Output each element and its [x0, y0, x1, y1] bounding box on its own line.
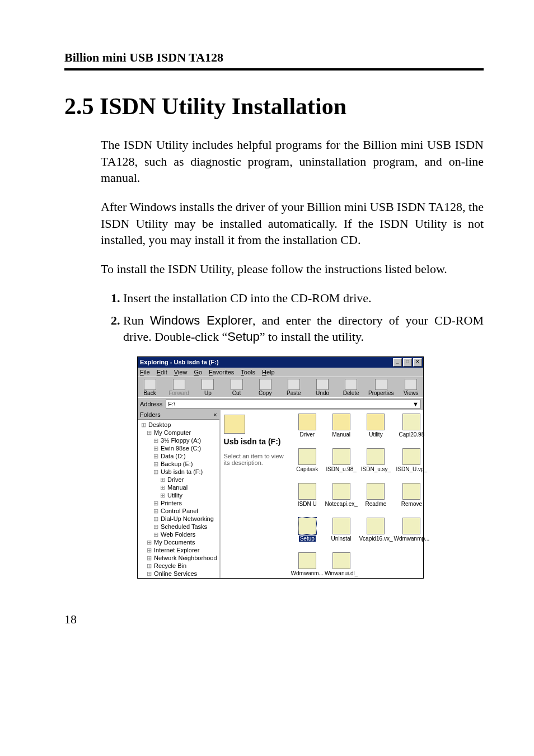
menu-item-edit[interactable]: Edit: [157, 369, 167, 375]
tree-item[interactable]: ⊞ Manual: [140, 483, 217, 491]
volume-icon: [224, 415, 245, 434]
tree-item[interactable]: ⊞ Recycle Bin: [140, 562, 217, 570]
toolbar-label: Cut: [232, 390, 241, 396]
menu-item-go[interactable]: Go: [194, 369, 202, 375]
tree-item[interactable]: ⊞ 3½ Floppy (A:): [140, 436, 217, 444]
toolbar-up-button[interactable]: Up: [198, 379, 218, 396]
file-item[interactable]: Winwanui.dl_: [325, 552, 358, 585]
tree-expand-icon[interactable]: ⊞: [159, 476, 166, 483]
address-dropdown-icon[interactable]: ▼: [413, 401, 419, 407]
tree-expand-icon[interactable]: ⊞: [152, 444, 159, 452]
tree-item[interactable]: ⊞ Data (D:): [140, 452, 217, 460]
toolbar-cut-button[interactable]: Cut: [227, 379, 246, 396]
file-item[interactable]: Capi20.98: [394, 414, 429, 446]
file-item[interactable]: ISDN_U.vp_: [394, 448, 429, 481]
close-button[interactable]: ×: [413, 358, 422, 367]
file-item[interactable]: Vcapid16.vx_: [359, 518, 392, 550]
menu-item-view[interactable]: View: [174, 369, 188, 375]
tree-item[interactable]: ⊞ Backup (E:): [140, 460, 217, 468]
file-item[interactable]: ISDN_u.sy_: [359, 448, 392, 481]
tree-item[interactable]: ⊞ Control Panel: [140, 507, 217, 515]
tree-item[interactable]: ⊞ Internet Explorer: [140, 546, 217, 554]
window-titlebar[interactable]: Exploring - Usb isdn ta (F:) _ □ ×: [138, 357, 423, 368]
file-icon: [332, 552, 350, 569]
file-item[interactable]: Readme: [359, 483, 392, 515]
file-item-setup[interactable]: Setup: [291, 518, 324, 550]
tree-item[interactable]: ⊞ Ewin 98se (C:): [140, 444, 217, 452]
toolbar-back-button[interactable]: Back: [140, 379, 160, 396]
tree-close-icon[interactable]: ×: [213, 411, 217, 418]
file-item[interactable]: ISDN U: [291, 483, 324, 515]
maximize-button[interactable]: □: [403, 358, 412, 367]
toolbar-forward-button: Forward: [168, 379, 189, 396]
tree-item[interactable]: ⊞ Network Neighborhood: [140, 554, 217, 562]
file-item[interactable]: Driver: [291, 414, 324, 446]
toolbar-copy-button[interactable]: Copy: [255, 379, 275, 396]
tree-item[interactable]: ⊞ Usb isdn ta (F:): [140, 468, 217, 476]
tree-item[interactable]: ⊞ Desktop: [140, 421, 217, 429]
file-name: ISDN U: [298, 501, 317, 507]
file-item[interactable]: Wdmwanmp...: [394, 518, 429, 550]
tree-expand-icon[interactable]: ⊞: [146, 546, 152, 554]
menu-item-file[interactable]: File: [140, 369, 150, 375]
tree-expand-icon[interactable]: ⊞: [152, 523, 159, 530]
tree-item[interactable]: ⊞ My Documents: [140, 538, 217, 546]
section-title: 2.5 ISDN Utility Installation: [64, 93, 484, 120]
toolbar-properties-button[interactable]: Properties: [370, 379, 392, 396]
file-item[interactable]: Capitask: [291, 448, 324, 481]
file-name: Capi20.98: [399, 431, 425, 438]
tree-expand-icon[interactable]: ⊞: [159, 483, 166, 491]
menu-item-help[interactable]: Help: [262, 369, 275, 375]
tree-item[interactable]: ⊞ Web Folders: [140, 530, 217, 538]
file-item[interactable]: Remove: [394, 483, 429, 515]
tree-expand-icon[interactable]: ⊞: [152, 452, 159, 460]
toolbar-label: Forward: [168, 390, 189, 396]
tree-expand-icon[interactable]: ⊞: [146, 429, 152, 436]
tree-expand-icon[interactable]: ⊞: [152, 515, 159, 523]
tree-expand-icon[interactable]: ⊞: [152, 436, 159, 444]
tree-expand-icon[interactable]: ⊞: [146, 570, 152, 577]
toolbar-label: Properties: [368, 390, 394, 396]
toolbar-views-button[interactable]: Views: [401, 379, 421, 396]
tree-expand-icon[interactable]: ⊞: [152, 468, 159, 476]
menu-item-favorites[interactable]: Favorites: [209, 369, 234, 375]
file-item[interactable]: Uninstal: [325, 518, 358, 550]
tree-item[interactable]: ⊞ Online Services: [140, 570, 217, 577]
tree-item[interactable]: ⊞ Printers: [140, 499, 217, 507]
tree-expand-icon[interactable]: ⊞: [152, 530, 159, 538]
menu-item-tools[interactable]: Tools: [241, 369, 255, 375]
tree-expand-icon[interactable]: ⊞: [152, 460, 159, 468]
toolbar-label: Up: [204, 390, 212, 396]
tree-item[interactable]: ⊞ Dial-Up Networking: [140, 515, 217, 523]
toolbar-delete-button[interactable]: Delete: [341, 379, 361, 396]
toolbar-label: Back: [143, 390, 156, 396]
minimize-button[interactable]: _: [393, 358, 402, 367]
tree-expand-icon[interactable]: ⊞: [152, 507, 159, 515]
tree-item[interactable]: ⊞ My Computer: [140, 429, 217, 436]
file-name: Wdmwanm...: [291, 570, 324, 576]
toolbar-paste-button[interactable]: Paste: [284, 379, 303, 396]
tree-expand-icon[interactable]: ⊞: [152, 499, 159, 507]
tree-item[interactable]: ⊞ Scheduled Tasks: [140, 523, 217, 530]
file-icon: [332, 483, 350, 500]
tree-expand-icon[interactable]: ⊞: [146, 554, 152, 562]
file-item[interactable]: Utility: [359, 414, 392, 446]
tree-expand-icon[interactable]: ⊞: [146, 562, 152, 570]
file-item[interactable]: Notecapi.ex_: [325, 483, 358, 515]
file-item[interactable]: Wdmwanm...: [291, 552, 324, 585]
file-item[interactable]: Manual: [325, 414, 358, 446]
file-item[interactable]: ISDN_u.98_: [325, 448, 358, 481]
folder-icon: [332, 414, 350, 430]
window-title: Exploring - Usb isdn ta (F:): [140, 359, 392, 365]
tree-item[interactable]: ⊞ Driver: [140, 476, 217, 483]
tree-expand-icon[interactable]: ⊞: [146, 538, 152, 546]
step-2-q2: ”: [260, 330, 265, 344]
tree-item[interactable]: ⊞ Utility: [140, 491, 217, 499]
tree-expand-icon[interactable]: ⊞: [159, 491, 166, 499]
step-2: Run Windows Explorer, and enter the dire…: [123, 312, 484, 345]
tree-expand-icon[interactable]: ⊞: [140, 421, 147, 429]
toolbar-undo-button[interactable]: Undo: [312, 379, 332, 396]
folder-icon: [367, 414, 385, 430]
file-icon: [367, 448, 385, 465]
address-input[interactable]: F:\ ▼: [166, 400, 421, 408]
